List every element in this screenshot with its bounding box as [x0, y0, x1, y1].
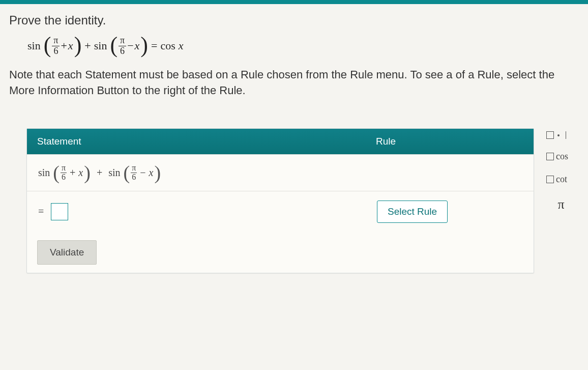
square-icon — [546, 131, 554, 139]
header-statement: Statement — [27, 129, 366, 154]
answer-input[interactable] — [51, 203, 68, 220]
fraction-pi-over-6-a: π 6 — [52, 36, 60, 56]
lparen-icon: ( — [44, 36, 51, 54]
validate-button[interactable]: Validate — [37, 240, 97, 265]
identity-equation: sin ( π 6 + x ) + sin ( π 6 − x ) = cos … — [27, 36, 576, 56]
fraction: π 6 — [61, 164, 67, 182]
plus: + — [84, 39, 91, 52]
sin2: sin — [94, 39, 107, 52]
sin1: sin — [38, 167, 50, 179]
main-content: Prove the identity. sin ( π 6 + x ) + si… — [0, 4, 588, 273]
plus-op: + — [70, 167, 75, 179]
rparen-icon: ) — [84, 166, 91, 180]
top-accent-bar — [0, 0, 588, 4]
fraction: π 6 — [131, 164, 137, 182]
den: 6 — [61, 173, 67, 182]
validate-row: Validate — [27, 232, 534, 273]
lparen-icon: ( — [53, 166, 60, 180]
instruction-note: Note that each Statement must be based o… — [9, 67, 576, 99]
table-row: = Select Rule — [27, 191, 534, 232]
prompt-title: Prove the identity. — [9, 13, 576, 27]
select-rule-button[interactable]: Select Rule — [377, 201, 448, 223]
den: 6 — [131, 173, 137, 182]
lparen-icon: ( — [110, 36, 117, 54]
plus-op: + — [61, 39, 67, 52]
group1: ( π 6 + x ) — [44, 36, 82, 56]
sin1: sin — [27, 39, 41, 52]
cot-label: cot — [556, 174, 567, 185]
var-x-rhs: x — [179, 39, 184, 52]
den: 6 — [119, 46, 126, 56]
num: π — [61, 164, 67, 173]
group2: ( π 6 − x ) — [124, 164, 161, 182]
lparen-icon: ( — [124, 166, 130, 180]
cos-label: cos — [556, 151, 568, 162]
cos: cos — [160, 39, 175, 52]
table-row: sin ( π 6 + x ) + sin ( — [27, 154, 534, 191]
num: π — [52, 36, 60, 46]
fraction-pi-over-6-b: π 6 — [119, 36, 126, 56]
dot-icon — [557, 134, 560, 136]
header-rule: Rule — [366, 129, 534, 154]
minus-op: − — [127, 39, 133, 52]
group1: ( π 6 + x ) — [53, 164, 91, 182]
table-header: Statement Rule — [27, 129, 534, 154]
rparen-icon: ) — [154, 166, 161, 180]
var-x: x — [149, 167, 154, 179]
sin2: sin — [108, 167, 120, 179]
group2: ( π 6 − x ) — [110, 36, 148, 56]
rparen-icon: ) — [74, 36, 82, 54]
equals: = — [151, 39, 157, 52]
palette-cos[interactable]: cos — [546, 151, 576, 162]
var-x: x — [78, 167, 83, 179]
plus: + — [97, 167, 102, 179]
num: π — [119, 36, 126, 46]
var-x: x — [135, 39, 140, 52]
palette-box-dot-box[interactable] — [546, 131, 576, 139]
statement-cell-1: sin ( π 6 + x ) + sin ( — [27, 155, 366, 191]
palette-cot[interactable]: cot — [546, 174, 576, 185]
den: 6 — [52, 46, 60, 56]
symbol-palette: cos cot π — [546, 128, 576, 212]
rule-cell-2: Select Rule — [366, 191, 534, 232]
minus-op: − — [140, 167, 145, 179]
rparen-icon: ) — [140, 36, 148, 54]
statement-cell-2: = — [27, 191, 366, 232]
num: π — [131, 164, 137, 173]
square-icon — [563, 131, 566, 139]
proof-table: Statement Rule sin ( π 6 + x ) — [26, 128, 534, 273]
palette-pi[interactable]: π — [546, 197, 576, 212]
equals: = — [38, 206, 44, 217]
rule-cell-1 — [366, 155, 534, 191]
proof-area: Statement Rule sin ( π 6 + x ) — [9, 128, 576, 273]
var-x: x — [68, 39, 73, 52]
square-icon — [546, 176, 554, 183]
square-icon — [546, 153, 554, 160]
